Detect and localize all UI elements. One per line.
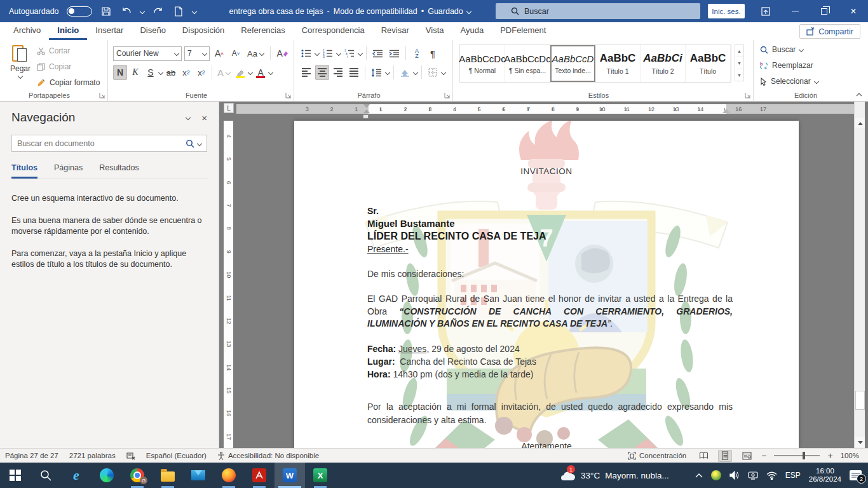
internet-explorer-icon[interactable]: e <box>61 463 92 488</box>
proofing-errors-icon[interactable] <box>126 452 135 460</box>
search-icon[interactable] <box>186 139 194 148</box>
undo-dropdown-icon[interactable] <box>139 8 144 13</box>
search-dropdown-icon[interactable] <box>197 140 202 146</box>
paste-button[interactable]: Pegar <box>6 44 34 88</box>
nav-tab-resultados[interactable]: Resultados <box>99 163 139 179</box>
sign-in-button[interactable]: Inic. ses. <box>708 4 745 18</box>
save-icon[interactable] <box>100 5 112 18</box>
tab-referencias[interactable]: Referencias <box>233 22 293 40</box>
numbering-button[interactable]: 123 <box>321 46 335 61</box>
navigation-close-icon[interactable]: × <box>201 112 207 123</box>
tab-ayuda[interactable]: Ayuda <box>452 22 492 40</box>
nav-tab-paginas[interactable]: Páginas <box>54 163 83 179</box>
minimize-button[interactable] <box>780 0 810 22</box>
firefox-icon[interactable] <box>214 463 244 488</box>
format-painter-button[interactable]: Copiar formato <box>37 77 100 88</box>
tab-revisar[interactable]: Revisar <box>373 22 417 40</box>
tab-insertar[interactable]: Insertar <box>87 22 132 40</box>
shading-button[interactable] <box>398 65 412 80</box>
language-indicator[interactable]: Español (Ecuador) <box>146 452 207 459</box>
font-name-combo[interactable]: Courier New <box>113 46 182 61</box>
mail-icon[interactable] <box>183 463 214 488</box>
find-dropdown-icon[interactable] <box>799 47 804 52</box>
page-indicator[interactable]: Página 27 de 27 <box>5 452 58 459</box>
select-dropdown-icon[interactable] <box>813 79 818 84</box>
copy-button[interactable]: Copiar <box>37 61 100 72</box>
title-dropdown-icon[interactable] <box>466 8 471 13</box>
restore-button[interactable] <box>810 0 839 22</box>
ribbon-display-options-button[interactable] <box>751 0 780 22</box>
shrink-font-button[interactable]: A˅ <box>229 46 243 61</box>
new-document-icon[interactable] <box>172 5 185 18</box>
bullets-dropdown-icon[interactable] <box>315 51 320 56</box>
styles-scroll-down[interactable]: ▼ <box>735 57 743 69</box>
dialog-launcher-icon[interactable] <box>745 92 751 98</box>
tab-diseno[interactable]: Diseño <box>132 22 173 40</box>
start-button[interactable] <box>0 463 31 488</box>
style-texto-independiente[interactable]: AaBbCcD Texto inde... <box>550 45 595 82</box>
taskbar-search-button[interactable] <box>31 463 61 488</box>
scroll-down-button[interactable] <box>855 437 865 447</box>
document-search-box[interactable] <box>11 135 207 152</box>
cut-button[interactable]: Cortar <box>37 45 100 57</box>
grow-font-button[interactable]: A˄ <box>212 46 226 61</box>
search-box[interactable]: Buscar <box>496 3 700 19</box>
increase-indent-button[interactable] <box>387 46 402 61</box>
font-size-combo[interactable]: 7 <box>184 46 210 61</box>
word-count[interactable]: 2721 palabras <box>69 452 116 459</box>
bold-button[interactable]: N <box>113 65 127 80</box>
borders-button[interactable] <box>426 65 440 80</box>
autosave-toggle[interactable] <box>67 6 92 17</box>
action-center-icon[interactable]: 2 <box>850 470 862 480</box>
align-center-button[interactable] <box>315 65 329 80</box>
dialog-launcher-icon[interactable] <box>444 92 451 98</box>
show-marks-button[interactable]: ¶ <box>426 46 440 61</box>
zoom-out-button[interactable]: − <box>761 451 766 461</box>
dialog-launcher-icon[interactable] <box>99 92 105 98</box>
styles-scroll-up[interactable]: ▲ <box>735 45 743 57</box>
tab-pdfelement[interactable]: PDFelement <box>492 22 554 40</box>
vertical-ruler[interactable]: 4567891011121314151617 <box>224 121 233 448</box>
line-spacing-dropdown-icon[interactable] <box>385 70 390 75</box>
replace-button[interactable]: bc Reemplazar <box>760 60 818 71</box>
antivirus-icon[interactable] <box>711 470 721 480</box>
share-button[interactable]: Compartir <box>799 24 860 39</box>
undo-button[interactable] <box>120 5 133 18</box>
volume-icon[interactable] <box>729 471 740 480</box>
nav-tab-titulos[interactable]: Títulos <box>11 163 37 179</box>
align-right-button[interactable] <box>331 65 345 80</box>
numbering-dropdown-icon[interactable] <box>336 51 341 56</box>
style-sin-espaciado[interactable]: AaBbCcDc ¶ Sin espa... <box>505 45 550 82</box>
underline-button[interactable]: S <box>144 65 158 80</box>
decrease-indent-button[interactable] <box>370 46 385 61</box>
clock[interactable]: 16:00 26/8/2024 <box>809 467 841 484</box>
acrobat-icon[interactable] <box>244 463 275 488</box>
close-button[interactable]: × <box>839 0 868 22</box>
tab-inicio[interactable]: Inicio <box>49 22 87 40</box>
align-left-button[interactable] <box>299 65 313 80</box>
justify-button[interactable] <box>347 65 361 80</box>
style-normal[interactable]: AaBbCcDc ¶ Normal <box>460 45 505 82</box>
zoom-slider[interactable] <box>774 455 820 456</box>
style-titulo-2[interactable]: AaBbCi Título 2 <box>641 45 686 82</box>
chrome-icon[interactable]: G <box>122 463 153 488</box>
style-titulo-1[interactable]: AaBbC Título 1 <box>595 45 641 82</box>
tab-disposicion[interactable]: Disposición <box>174 22 233 40</box>
superscript-button[interactable]: x2 <box>194 65 208 80</box>
quick-access-overflow-icon[interactable] <box>191 8 196 13</box>
zoom-level[interactable]: 100% <box>841 452 859 459</box>
edge-icon[interactable] <box>92 463 122 488</box>
print-layout-button[interactable] <box>718 450 732 462</box>
text-effects-button[interactable]: A <box>215 65 232 80</box>
styles-gallery-more[interactable]: ▼ <box>735 69 743 81</box>
tab-vista[interactable]: Vista <box>417 22 452 40</box>
meet-now-icon[interactable] <box>748 471 758 480</box>
multilevel-list-button[interactable]: 1ai <box>342 46 356 61</box>
zoom-slider-thumb[interactable] <box>803 452 805 459</box>
multilevel-dropdown-icon[interactable] <box>358 51 363 56</box>
tab-archivo[interactable]: Archivo <box>5 22 49 40</box>
accessibility-status[interactable]: Accesibilidad: No disponible <box>217 452 319 460</box>
subscript-button[interactable]: x2 <box>179 65 193 80</box>
paste-dropdown-icon[interactable] <box>18 74 23 79</box>
focus-mode-button[interactable]: Concentración <box>628 452 686 460</box>
